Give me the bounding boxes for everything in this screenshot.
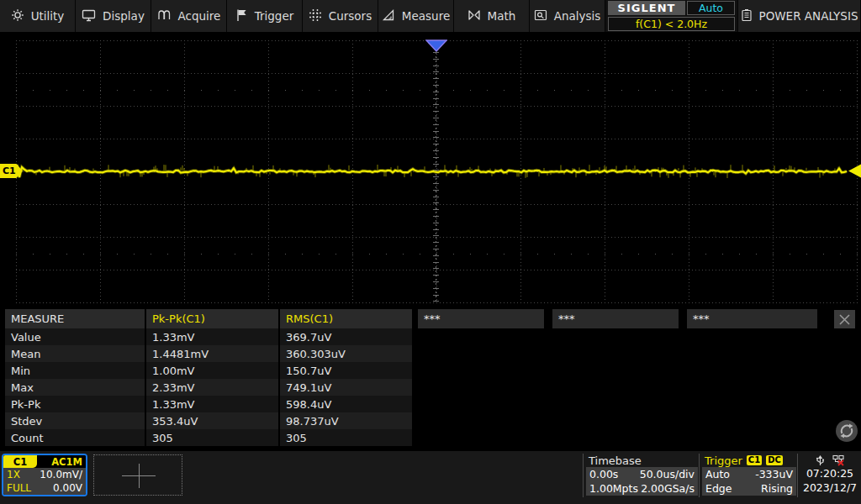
trigger-coupling-badge: DC <box>766 455 783 465</box>
add-channel-box[interactable] <box>93 454 182 496</box>
clock-box: 07:20:25 2023/12/7 <box>800 454 859 495</box>
measure-icon <box>382 8 395 24</box>
menu-measure[interactable]: Measure <box>378 0 454 32</box>
measure-col-empty-2[interactable]: *** <box>552 309 679 328</box>
trigger-source-badge: C1 <box>747 455 762 465</box>
timebase-scale: 50.0us/div <box>640 468 695 480</box>
oscilloscope-screen: Utility Display Acquire Trigger Cursors <box>0 0 861 504</box>
measure-row-count: Count 305 305 <box>5 429 861 446</box>
statusbar-divider <box>583 454 584 497</box>
menu-acquire[interactable]: Acquire <box>151 0 227 32</box>
cursors-icon <box>309 8 322 24</box>
measure-row-max: Max 2.33mV 749.1uV <box>5 379 861 396</box>
statusbar-divider <box>699 454 700 497</box>
sample-rate: 2.00GSa/s <box>641 482 695 495</box>
trigger-level-marker[interactable] <box>848 164 861 178</box>
measure-row-pkpk: Pk-Pk 1.33mV 598.4uV <box>5 396 861 412</box>
timebase-title: Timebase <box>586 454 698 467</box>
menu-trigger-label: Trigger <box>255 9 294 23</box>
system-time: 07:20:25 <box>800 466 859 480</box>
measure-row-mean: Mean 1.4481mV 360.303uV <box>5 345 861 362</box>
timebase-delay: 0.00s <box>589 468 618 480</box>
channel1-offset: 0.00V <box>53 482 82 494</box>
statusbar-divider <box>797 454 798 497</box>
menu-math[interactable]: Math <box>454 0 530 32</box>
menu-power-analysis[interactable]: POWER ANALYSIS <box>738 0 861 32</box>
trigger-slope: Rising <box>761 482 793 495</box>
measure-close-button[interactable] <box>834 310 855 328</box>
menu-utility-label: Utility <box>31 9 65 23</box>
measure-row-min: Min 1.00mV 150.7uV <box>5 362 861 379</box>
menu-cursors[interactable]: Cursors <box>303 0 378 32</box>
menu-utility[interactable]: Utility <box>0 0 76 32</box>
gear-icon <box>11 8 24 24</box>
channel1-scale: 10.0mV/ <box>40 469 82 480</box>
siglent-logo: SIGLENT <box>608 1 685 15</box>
memory-depth: 1.00Mpts <box>589 482 638 495</box>
menu-math-label: Math <box>488 9 516 23</box>
flag-icon <box>235 8 248 24</box>
menu-trigger[interactable]: Trigger <box>227 0 303 32</box>
trigger-frequency-readout: f(C1) < 2.0Hz <box>608 17 735 31</box>
menu-analysis[interactable]: Analysis <box>530 0 605 32</box>
clipboard-icon <box>741 8 753 24</box>
measure-col-empty-1[interactable]: *** <box>418 309 544 328</box>
channel1-descriptor-box[interactable]: C1 AC1M 1X 10.0mV/ FULL 0.00V <box>2 454 87 496</box>
math-icon <box>467 8 481 24</box>
measure-row-value: Value 1.33mV 369.7uV <box>5 328 861 345</box>
menu-analysis-label: Analysis <box>554 9 601 23</box>
trigger-position-marker[interactable] <box>425 39 447 53</box>
acquisition-mode-badge: Auto <box>687 1 735 15</box>
acquire-icon <box>157 8 172 24</box>
menu-acquire-label: Acquire <box>178 9 221 23</box>
waveform-display: C1 <box>0 35 861 309</box>
channel1-attenuation: 1X <box>7 469 20 480</box>
measure-col-rms[interactable]: RMS(C1) <box>280 309 412 328</box>
menu-display-label: Display <box>103 9 145 23</box>
analysis-icon <box>534 8 547 24</box>
brand-status-block: SIGLENT Auto f(C1) < 2.0Hz <box>605 0 738 32</box>
system-date: 2023/12/7 <box>800 480 859 495</box>
channel1-bandwidth: FULL <box>7 482 31 494</box>
touch-gesture-icon[interactable] <box>834 418 859 444</box>
status-bar: C1 AC1M 1X 10.0mV/ FULL 0.00V Timebase 0… <box>0 451 861 504</box>
trigger-box[interactable]: Trigger C1 DC Auto -333uV Edge Rising <box>702 454 796 496</box>
measure-col-empty-3[interactable]: *** <box>687 309 817 328</box>
trigger-mode: Auto <box>705 468 730 480</box>
trigger-level: -333uV <box>755 468 793 480</box>
menu-measure-label: Measure <box>402 9 450 23</box>
timebase-box[interactable]: Timebase 0.00s 50.0us/div 1.00Mpts 2.00G… <box>586 454 698 496</box>
menu-cursors-label: Cursors <box>329 9 372 23</box>
measure-panel: MEASURE Pk-Pk(C1) RMS(C1) *** *** *** Va… <box>0 309 861 449</box>
measure-header-row: MEASURE Pk-Pk(C1) RMS(C1) *** *** *** <box>5 309 861 328</box>
display-icon <box>82 8 96 24</box>
menu-power-analysis-label: POWER ANALYSIS <box>759 9 858 23</box>
channel1-name-badge: C1 <box>3 455 37 468</box>
trigger-type: Edge <box>705 482 732 495</box>
network-disconnected-icon <box>832 454 845 466</box>
menu-bar: Utility Display Acquire Trigger Cursors <box>0 0 861 35</box>
menu-display[interactable]: Display <box>76 0 151 32</box>
channel1-coupling: AC1M <box>51 456 86 468</box>
measure-col-pkpk[interactable]: Pk-Pk(C1) <box>146 309 278 328</box>
usb-icon <box>816 454 825 466</box>
measure-row-stdev: Stdev 353.4uV 98.737uV <box>5 412 861 429</box>
channel1-trace <box>0 35 861 309</box>
trigger-title: Trigger <box>705 454 742 467</box>
close-icon <box>838 313 851 326</box>
measure-title: MEASURE <box>5 309 145 328</box>
